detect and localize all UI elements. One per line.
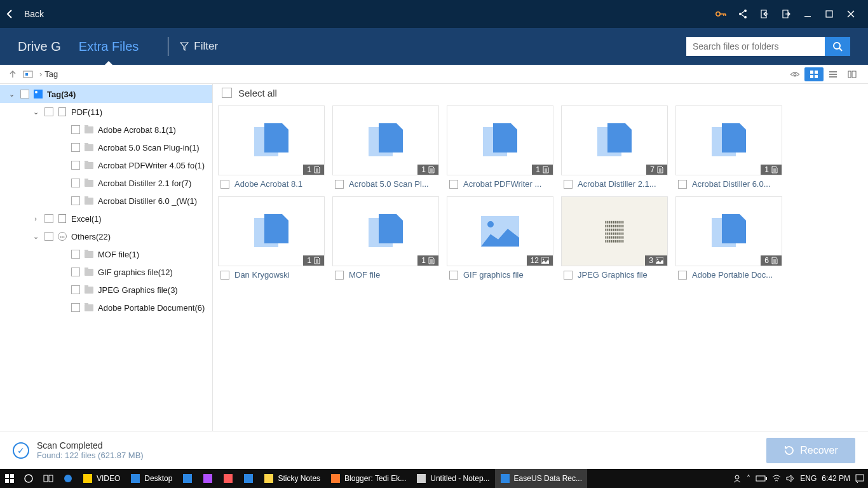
export-icon[interactable] [775,0,797,28]
system-tray[interactable]: ˄ ENG 6:42 PM [729,474,868,483]
tile-checkbox[interactable] [564,180,573,189]
minimize-button[interactable] [797,0,818,28]
taskbar-app[interactable] [238,469,259,488]
chevron-down-icon[interactable]: ⌄ [31,233,41,241]
taskbar-app[interactable]: Sticky Notes [259,469,325,488]
view-list-icon[interactable] [824,67,843,81]
tree-leaf[interactable]: Adobe Portable Document(6) [0,299,213,316]
taskbar-app[interactable] [198,469,218,488]
taskview-icon[interactable] [38,469,58,488]
file-tile[interactable]: 1 Adobe Acrobat 8.1 [218,105,325,189]
tree-leaf[interactable]: JPEG Graphics file(3) [0,281,213,299]
app-icon [83,473,93,484]
tile-checkbox[interactable] [449,180,458,189]
file-tile[interactable]: 1 Acrobat 5.0 Scan Pl... [332,105,439,189]
taskbar-app[interactable]: Blogger: Tedi Ek... [325,469,411,488]
tree-label: PDF(11) [71,107,102,117]
edge-icon[interactable] [58,469,78,488]
search-input[interactable] [686,37,825,56]
back-chevron-icon[interactable] [6,10,19,18]
chevron-down-icon[interactable]: ⌄ [31,108,41,116]
tile-checkbox[interactable] [678,180,687,189]
wifi-icon[interactable] [772,475,781,482]
tree-leaf[interactable]: GIF graphics file(12) [0,263,213,281]
taskbar-app[interactable] [218,469,238,488]
back-button[interactable]: Back [24,9,44,19]
tile-checkbox[interactable] [678,271,687,280]
tree-leaf[interactable]: Acrobat 5.0 Scan Plug-in(1) [0,139,213,156]
view-grid-icon[interactable] [804,67,824,81]
checkbox[interactable] [20,90,29,98]
import-icon[interactable] [754,0,775,28]
notifications-icon[interactable] [855,474,864,483]
chevron-right-icon[interactable]: › [31,215,41,222]
battery-icon[interactable] [756,475,767,482]
tree-leaf[interactable]: Acrobat Distiller 2.1 for(7) [0,174,213,192]
tray-up-icon[interactable]: ˄ [747,474,750,483]
checkbox[interactable] [71,196,80,205]
tile-name: JPEG Graphics file [578,270,648,280]
view-preview-icon[interactable] [785,67,804,81]
tile-checkbox[interactable] [220,180,229,189]
file-tile[interactable]: 1 Acrobat PDFWriter ... [447,105,553,189]
taskbar-app[interactable]: EaseUS Data Rec... [495,469,587,488]
checkbox[interactable] [71,250,80,259]
tree-others[interactable]: ⌄ ••• Others(22) [0,227,213,245]
tile-checkbox[interactable] [335,180,344,189]
file-tile[interactable]: 6 Adobe Portable Doc... [675,196,782,280]
file-tile[interactable]: 1 MOF file [332,196,439,280]
tree-leaf[interactable]: Adobe Acrobat 8.1(1) [0,121,213,139]
view-detail-icon[interactable] [843,67,862,81]
file-tile[interactable]: ▮▮▮▮▮▮▮▮▮▮▮▮▮▮▮▮▮▮▮▮▮▮▮▮▮▮▮▮▮▮▮▮▮▮▮▮▮▮▮▮… [561,196,668,280]
clock[interactable]: 6:42 PM [822,474,850,483]
volume-icon[interactable] [786,475,795,482]
app-icon [264,473,274,484]
people-icon[interactable] [733,474,742,483]
recover-button[interactable]: Recover [766,438,855,463]
file-tile[interactable]: 12 GIF graphics file [447,196,553,280]
file-tile[interactable]: 1 Acrobat Distiller 6.0... [675,105,782,189]
taskbar-app[interactable]: Desktop [125,469,177,488]
start-button[interactable] [0,469,19,488]
breadcrumb-tag[interactable]: Tag [44,69,58,79]
checkbox[interactable] [71,161,80,170]
up-icon[interactable] [6,68,19,81]
file-tile[interactable]: 1 Dan Krygowski [218,196,325,280]
file-tile[interactable]: 7 Acrobat Distiller 2.1... [561,105,668,189]
checkbox[interactable] [71,143,80,152]
tree-leaf[interactable]: Acrobat Distiller 6.0 _(W(1) [0,192,213,210]
tab-drive[interactable]: Drive G [18,39,61,54]
tab-extra-files[interactable]: Extra Files [79,39,139,54]
tree-excel[interactable]: › Excel(1) [0,210,213,227]
lang-indicator[interactable]: ENG [800,474,817,483]
maximize-button[interactable] [818,0,840,28]
checkbox[interactable] [71,268,80,276]
select-all-checkbox[interactable] [222,88,232,98]
tree-leaf[interactable]: MOF file(1) [0,245,213,263]
path-icon[interactable] [22,68,34,81]
checkbox[interactable] [71,285,80,294]
key-icon[interactable] [710,0,732,28]
checkbox[interactable] [44,107,53,116]
share-icon[interactable] [732,0,754,28]
search-button[interactable] [825,37,850,56]
cortana-icon[interactable] [19,469,38,488]
taskbar-app[interactable] [177,469,198,488]
taskbar-app[interactable]: VIDEO [78,469,125,488]
tree-root-tag[interactable]: ⌄ Tag(34) [0,85,213,103]
checkbox[interactable] [44,214,53,223]
tile-checkbox[interactable] [220,271,229,280]
tree-pdf[interactable]: ⌄ PDF(11) [0,103,213,121]
close-button[interactable] [840,0,862,28]
checkbox[interactable] [71,179,80,187]
checkbox[interactable] [71,303,80,312]
tile-checkbox[interactable] [335,271,344,280]
filter-button[interactable]: Filter [180,40,218,53]
checkbox[interactable] [44,232,53,241]
chevron-down-icon[interactable]: ⌄ [6,90,17,98]
tile-checkbox[interactable] [449,271,458,280]
tile-checkbox[interactable] [564,271,573,280]
taskbar-app[interactable]: Untitled - Notep... [411,469,494,488]
tree-leaf[interactable]: Acrobat PDFWriter 4.05 fo(1) [0,156,213,174]
checkbox[interactable] [71,125,80,134]
